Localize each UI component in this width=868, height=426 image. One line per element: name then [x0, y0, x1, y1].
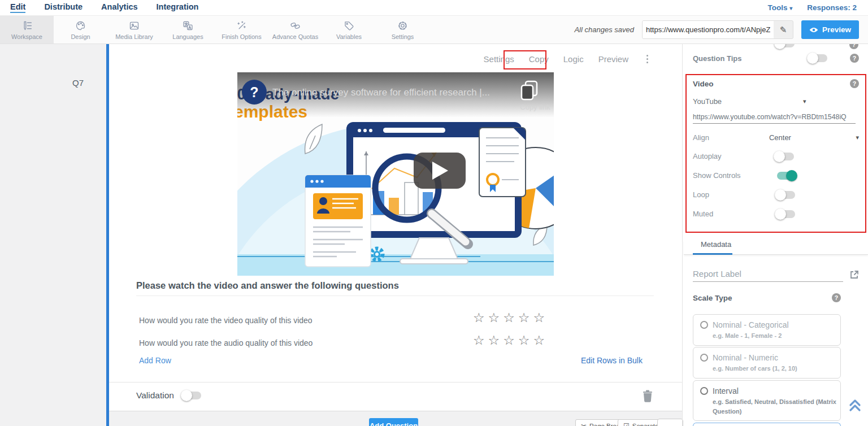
scale-type-title: Scale Type: [693, 294, 732, 302]
panel-divider: [682, 44, 683, 426]
add-row-link[interactable]: Add Row: [139, 356, 171, 365]
loop-toggle[interactable]: [776, 191, 795, 199]
responses-link[interactable]: Responses: 2: [807, 3, 857, 12]
checkbox-checked-icon: ☑: [623, 422, 630, 426]
toolbar-languages[interactable]: Languages: [161, 16, 215, 44]
survey-url-box: ✎: [642, 20, 793, 39]
edit-url-icon[interactable]: ✎: [774, 25, 793, 35]
eye-icon: [809, 27, 818, 33]
muted-toggle[interactable]: [776, 210, 795, 218]
nav-distribute[interactable]: Distribute: [44, 2, 83, 13]
align-value[interactable]: Center: [769, 133, 791, 142]
active-tab-underline: [693, 253, 732, 255]
autoplay-toggle[interactable]: [775, 153, 794, 160]
question-tips-toggle[interactable]: [808, 54, 827, 62]
help-icon[interactable]: ?: [832, 293, 841, 302]
preview-label: Preview: [822, 25, 851, 34]
top-nav: Edit Distribute Analytics Integration To…: [0, 0, 868, 16]
preview-button[interactable]: Preview: [801, 20, 859, 39]
chevron-down-icon: ▾: [789, 5, 792, 11]
scale-option-label: Interval: [713, 386, 739, 395]
toolbar-label: Settings: [392, 33, 414, 40]
toolbar-design[interactable]: Design: [54, 16, 107, 44]
question-number: Q7: [72, 78, 84, 88]
align-row: Align Center ▾: [693, 133, 859, 142]
help-icon[interactable]: ?: [850, 54, 859, 63]
toolbar-finish-options[interactable]: Finish Options: [215, 16, 268, 44]
toolbar-settings[interactable]: Settings: [376, 16, 429, 44]
survey-url-input[interactable]: [643, 21, 774, 38]
palette-icon: [75, 20, 86, 32]
delete-question-icon[interactable]: [643, 390, 653, 402]
nav-integration[interactable]: Integration: [157, 2, 199, 13]
matrix-row-label[interactable]: How would you rate the video quality of …: [139, 316, 313, 325]
divider: [109, 382, 682, 382]
save-status: All changes saved: [574, 25, 634, 34]
scale-option-nominal-categorical[interactable]: Nominal - Categorical e.g. Male - 1, Fem…: [693, 314, 841, 346]
video-player[interactable]: 50 ready-made templates: [237, 72, 554, 276]
matrix-row-label[interactable]: How would you rate the audio quality of …: [139, 338, 313, 347]
video-title[interactable]: The online survey software for efficient…: [272, 87, 490, 98]
scale-type-header: Scale Type ?: [693, 293, 859, 302]
toolbar-label: Finish Options: [222, 33, 261, 40]
languages-icon: [182, 20, 194, 32]
question-gutter: [0, 44, 106, 426]
toolbar-label: Languages: [172, 33, 203, 40]
edit-rows-bulk-link[interactable]: Edit Rows in Bulk: [581, 356, 643, 365]
toolbar-variables[interactable]: Variables: [322, 16, 376, 44]
image-icon: [128, 20, 140, 32]
report-label-input[interactable]: [693, 269, 843, 282]
radio-icon[interactable]: [700, 321, 708, 329]
question-tips-label: Question Tips: [693, 54, 741, 63]
align-label: Align: [693, 133, 709, 142]
copy-link-label: Copy link: [520, 103, 550, 111]
matrix-row: How would you rate the audio quality of …: [139, 334, 654, 351]
autoplay-row: Autoplay: [693, 152, 859, 160]
tab-metadata[interactable]: Metadata: [701, 240, 731, 249]
questionpro-editor: Edit Distribute Analytics Integration To…: [0, 0, 868, 426]
question-title[interactable]: Please watch the video and answer the fo…: [136, 280, 399, 291]
tools-menu[interactable]: Tools ▾: [767, 3, 792, 12]
video-provider-select[interactable]: YouTube ▾: [693, 97, 859, 106]
loop-row: Loop: [693, 190, 859, 199]
nav-edit[interactable]: Edit: [10, 2, 25, 13]
video-section-header: Video ?: [693, 79, 859, 88]
video-section-title: Video: [693, 80, 714, 88]
toolbar-label: Design: [71, 33, 90, 40]
gear-icon: [397, 20, 409, 32]
toolbar-media-library[interactable]: Media Library: [107, 16, 161, 44]
radio-icon[interactable]: [700, 354, 708, 362]
video-url-input[interactable]: [693, 113, 856, 124]
question-logic-link[interactable]: Logic: [563, 54, 584, 64]
scale-option-interval[interactable]: Interval e.g. Satisfied, Neutral, Dissat…: [693, 380, 841, 421]
toolbar-advance-quotas[interactable]: Advance Quotas: [268, 16, 322, 44]
add-question-button[interactable]: Add Question: [369, 418, 418, 426]
tag-icon: [343, 20, 355, 32]
question-settings-link[interactable]: Settings: [484, 54, 514, 64]
question-footer-bar: Add Question ✂ Page Break ☑ Separator: [109, 411, 682, 426]
more-options-icon[interactable]: [643, 54, 652, 64]
validation-toggle[interactable]: [182, 392, 201, 399]
show-controls-toggle[interactable]: [777, 172, 796, 180]
workspace-icon: [21, 20, 33, 32]
open-external-icon[interactable]: [849, 270, 859, 282]
show-controls-row: Show Controls: [693, 171, 859, 180]
star-rating[interactable]: ☆☆☆☆☆: [473, 310, 548, 325]
chain-icon: [289, 20, 301, 32]
question-copy-link[interactable]: Copy: [529, 54, 549, 64]
help-icon[interactable]: ?: [850, 79, 859, 88]
scale-option-nominal-numeric[interactable]: Nominal - Numeric e.g. Number of cars (1…: [693, 347, 841, 379]
nav-analytics[interactable]: Analytics: [101, 2, 137, 13]
divider: [136, 295, 654, 296]
toolbar-label: Variables: [336, 33, 362, 40]
collapse-double-chevron-icon[interactable]: [849, 398, 861, 414]
chevron-down-icon[interactable]: ▾: [856, 134, 859, 141]
scale-option-example: e.g. Male - 1, Female - 2: [713, 331, 834, 341]
toolbar-label: Media Library: [115, 33, 153, 40]
panel-tabbar: Metadata: [684, 240, 868, 255]
star-rating[interactable]: ☆☆☆☆☆: [473, 333, 548, 348]
radio-icon[interactable]: [700, 387, 708, 395]
tools-label: Tools: [767, 3, 787, 12]
toolbar-workspace[interactable]: Workspace: [0, 16, 54, 44]
question-preview-link[interactable]: Preview: [598, 54, 628, 64]
